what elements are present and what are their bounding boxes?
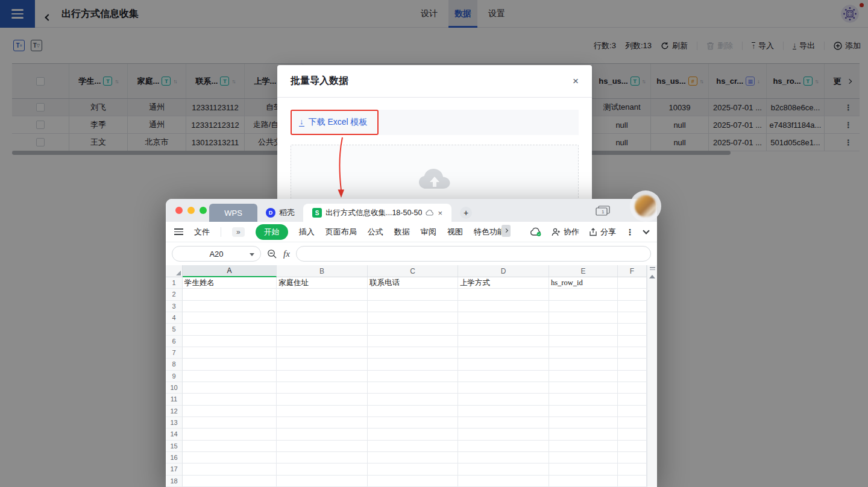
sheet-cell[interactable] [458, 417, 549, 429]
sheet-row-header-4[interactable]: 4 [166, 312, 183, 324]
sheet-cell[interactable] [549, 371, 618, 382]
sheet-row-header-13[interactable]: 13 [166, 417, 183, 429]
sheet-cell[interactable] [458, 429, 549, 440]
sheet-cell[interactable] [277, 359, 368, 370]
sheet-cell[interactable] [277, 371, 368, 382]
sheet-cell[interactable] [277, 312, 368, 324]
sheet-cell[interactable] [368, 476, 458, 487]
sheet-cell[interactable] [368, 289, 458, 300]
sheet-cell[interactable] [277, 394, 368, 405]
wps-menu-0[interactable]: 开始 [256, 224, 288, 240]
sheet-cell[interactable] [458, 463, 549, 475]
sheet-cell[interactable] [368, 312, 458, 324]
window-layout-icon[interactable]: 1 [596, 206, 610, 218]
sheet-cell[interactable] [368, 336, 458, 347]
sheet-cell[interactable] [183, 301, 277, 312]
sheet-cell[interactable] [549, 336, 618, 347]
sheet-cell[interactable] [277, 476, 368, 487]
sheet-cell[interactable] [618, 452, 647, 463]
sheet-cell[interactable] [277, 441, 368, 452]
sheet-cell[interactable] [549, 394, 618, 405]
menu-scroll-button[interactable] [502, 225, 511, 237]
sheet-cell[interactable] [277, 463, 368, 475]
sheet-cell[interactable] [183, 406, 277, 417]
sheet-cell[interactable] [368, 371, 458, 382]
sheet-cell[interactable] [549, 429, 618, 440]
sheet-cell[interactable] [618, 336, 647, 347]
sheet-cell[interactable] [549, 476, 618, 487]
sheet-cell[interactable] [368, 301, 458, 312]
sheet-row-header-5[interactable]: 5 [166, 324, 183, 335]
menu-icon[interactable] [174, 228, 183, 235]
sheet-cell[interactable] [368, 452, 458, 463]
sheet-cell[interactable]: 学生姓名 [183, 277, 277, 289]
sheet-cell[interactable] [618, 371, 647, 382]
maximize-window-button[interactable] [200, 207, 207, 214]
sheet-col-header-D[interactable]: D [458, 265, 549, 277]
sheet-col-header-F[interactable]: F [618, 265, 647, 277]
sheet-row-header-7[interactable]: 7 [166, 347, 183, 359]
document-tab[interactable]: S 出行方式信息收集...18-50-50 × [303, 204, 451, 222]
sheet-cell[interactable] [277, 289, 368, 300]
sheet-cell[interactable] [458, 347, 549, 359]
sheet-row-header-10[interactable]: 10 [166, 382, 183, 394]
sheet-cell[interactable]: 联系电话 [368, 277, 458, 289]
select-all-corner[interactable] [166, 265, 183, 277]
sheet-col-header-E[interactable]: E [549, 265, 618, 277]
sheet-cell[interactable] [458, 382, 549, 394]
sheet-cell[interactable] [618, 359, 647, 370]
sheet-cell[interactable] [618, 406, 647, 417]
sheet-cell[interactable] [277, 324, 368, 335]
scroll-up-arrow[interactable] [649, 275, 655, 278]
download-excel-template-link[interactable]: ↓ 下载 Excel 模板 [299, 117, 368, 128]
sheet-cell[interactable] [549, 441, 618, 452]
sheet-row-header-3[interactable]: 3 [166, 301, 183, 312]
sheet-cell[interactable] [618, 312, 647, 324]
sheet-cell[interactable] [458, 371, 549, 382]
sheet-cell[interactable] [458, 336, 549, 347]
sheet-cell[interactable] [368, 463, 458, 475]
modal-close-icon[interactable]: × [573, 76, 579, 86]
sheet-row-header-9[interactable]: 9 [166, 371, 183, 382]
sheet-cell[interactable] [458, 324, 549, 335]
ribbon-expand-button[interactable]: » [232, 227, 245, 237]
sheet-cell[interactable] [458, 301, 549, 312]
sheet-row-header-14[interactable]: 14 [166, 429, 183, 440]
sheet-cell[interactable] [368, 382, 458, 394]
sheet-cell[interactable] [368, 347, 458, 359]
sheet-cell[interactable] [183, 429, 277, 440]
share-button[interactable]: 分享 [589, 227, 616, 237]
sheet-cell[interactable] [549, 324, 618, 335]
sheet-row-header-16[interactable]: 16 [166, 452, 183, 463]
sheet-cell[interactable] [277, 347, 368, 359]
wps-menu-3[interactable]: 公式 [368, 227, 383, 237]
sheet-cell[interactable] [183, 359, 277, 370]
sheet-cell[interactable] [549, 452, 618, 463]
sheet-cell[interactable] [549, 347, 618, 359]
sheet-cell[interactable] [458, 441, 549, 452]
wps-menu-1[interactable]: 插入 [299, 227, 315, 237]
sheet-cell[interactable] [618, 347, 647, 359]
wps-menu-4[interactable]: 数据 [394, 227, 410, 237]
sheet-cell[interactable] [618, 324, 647, 335]
sheet-cell[interactable] [549, 406, 618, 417]
sheet-row-header-8[interactable]: 8 [166, 359, 183, 370]
sheet-cell[interactable] [618, 463, 647, 475]
sheet-cell[interactable] [183, 336, 277, 347]
sheet-cell[interactable] [277, 417, 368, 429]
sheet-cell[interactable] [368, 394, 458, 405]
sheet-row-header-12[interactable]: 12 [166, 406, 183, 417]
sheet-cell[interactable] [549, 301, 618, 312]
sheet-cell[interactable] [183, 476, 277, 487]
wps-account-avatar[interactable] [630, 190, 661, 222]
new-tab-button[interactable]: + [460, 207, 472, 219]
sheet-cell[interactable] [277, 301, 368, 312]
sheet-cell[interactable] [458, 476, 549, 487]
sheet-cell[interactable] [618, 441, 647, 452]
sheet-cell[interactable] [549, 463, 618, 475]
menu-file[interactable]: 文件 [194, 227, 210, 237]
sheet-cell[interactable] [183, 312, 277, 324]
fx-icon[interactable]: fx [283, 249, 290, 259]
sheet-cell[interactable] [458, 452, 549, 463]
sheet-cell[interactable] [277, 429, 368, 440]
